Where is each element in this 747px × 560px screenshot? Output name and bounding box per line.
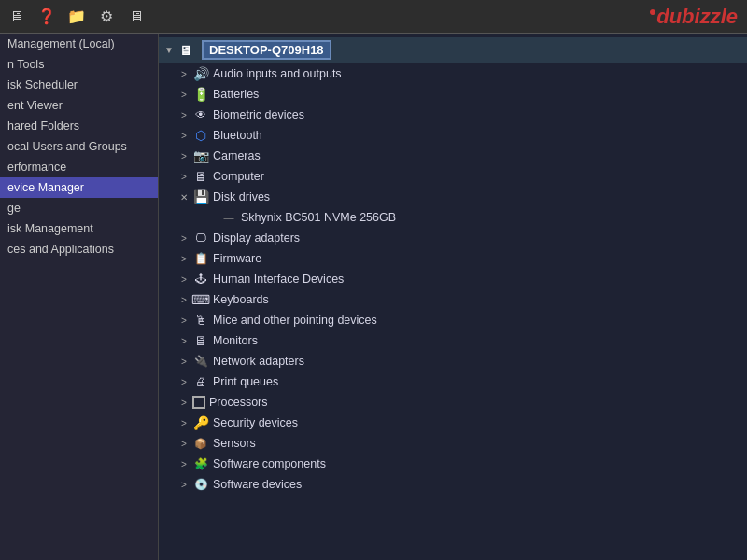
hid-icon: 🕹: [192, 271, 209, 287]
sidebar-item-disk-management[interactable]: isk Management: [0, 218, 158, 239]
computer-icon[interactable]: 🖥: [4, 4, 30, 30]
tree-item-processors[interactable]: > Processors: [159, 392, 747, 413]
tree-item-biometric[interactable]: > 👁 Biometric devices: [159, 105, 747, 125]
tree-item-audio[interactable]: > 🔊 Audio inputs and outputs: [159, 63, 747, 84]
settings-icon[interactable]: ⚙: [93, 4, 120, 30]
security-expand-btn[interactable]: >: [177, 416, 190, 429]
toolbar: 🖥 ❓ 📁 ⚙ 🖥: [0, 0, 747, 34]
tree-item-disk-drives[interactable]: ✕ 💾 Disk drives: [159, 187, 747, 207]
bluetooth-label: Bluetooth: [213, 129, 743, 142]
tree-item-monitors[interactable]: > 🖥 Monitors: [159, 330, 747, 351]
software-comp-icon: 🧩: [192, 455, 209, 472]
mice-expand-btn[interactable]: >: [177, 314, 190, 327]
root-collapse-btn[interactable]: ▼: [162, 44, 176, 57]
processors-label: Processors: [209, 396, 743, 409]
processors-icon: [192, 396, 205, 409]
main-content: Management (Local) n Tools isk Scheduler…: [0, 34, 747, 560]
sidebar-item-tools[interactable]: n Tools: [0, 54, 158, 75]
sidebar-item-age[interactable]: ge: [0, 198, 158, 218]
tree-item-mice[interactable]: > 🖱 Mice and other pointing devices: [159, 310, 747, 330]
sidebar-item-performance[interactable]: erformance: [0, 157, 158, 177]
software-dev-icon: 💿: [192, 476, 209, 493]
disk-drives-label: Disk drives: [213, 190, 743, 203]
processors-expand-btn[interactable]: >: [177, 396, 190, 409]
tree-item-network[interactable]: > 🔌 Network adapters: [159, 351, 747, 371]
tree-item-skhynix[interactable]: — Skhynix BC501 NVMe 256GB: [159, 207, 747, 228]
tree-item-sensors[interactable]: > 📦 Sensors: [159, 433, 747, 454]
mice-label: Mice and other pointing devices: [213, 314, 743, 327]
firmware-icon: 📋: [192, 250, 209, 267]
software-dev-expand-btn[interactable]: >: [177, 478, 190, 491]
left-panel: Management (Local) n Tools isk Scheduler…: [0, 34, 159, 560]
audio-label: Audio inputs and outputs: [213, 67, 743, 80]
computer-name: DESKTOP-Q709H18: [202, 40, 331, 60]
keyboards-expand-btn[interactable]: >: [177, 293, 190, 306]
batteries-label: Batteries: [213, 88, 743, 101]
skhynix-label: Skhynix BC501 NVMe 256GB: [241, 211, 743, 224]
watermark: ●dubizzle: [649, 4, 738, 29]
tree-item-software-dev[interactable]: > 💿 Software devices: [159, 474, 747, 495]
keyboards-icon: ⌨: [192, 291, 209, 308]
sensors-icon: 📦: [192, 435, 209, 452]
monitors-icon: 🖥: [192, 332, 209, 349]
network-label: Network adapters: [213, 355, 743, 368]
hid-label: Human Interface Devices: [213, 273, 743, 286]
help-icon[interactable]: ❓: [34, 4, 60, 30]
tree-item-software-comp[interactable]: > 🧩 Software components: [159, 454, 747, 474]
security-icon: 🔑: [192, 414, 209, 431]
sidebar-item-management-local[interactable]: Management (Local): [0, 34, 158, 54]
network-expand-btn[interactable]: >: [177, 355, 190, 368]
cameras-expand-btn[interactable]: >: [177, 149, 190, 162]
sidebar-item-services-apps[interactable]: ces and Applications: [0, 239, 158, 259]
computer-label: Computer: [213, 170, 743, 183]
biometric-expand-btn[interactable]: >: [177, 108, 190, 121]
sidebar-item-event-viewer[interactable]: ent Viewer: [0, 95, 158, 116]
tree-item-security[interactable]: > 🔑 Security devices: [159, 413, 747, 433]
tree-item-keyboards[interactable]: > ⌨ Keyboards: [159, 289, 747, 310]
monitors-label: Monitors: [213, 334, 743, 347]
bluetooth-expand-btn[interactable]: >: [177, 129, 190, 142]
disk-drives-expand-btn[interactable]: ✕: [177, 190, 190, 203]
tree-item-hid[interactable]: > 🕹 Human Interface Devices: [159, 269, 747, 289]
tree-item-display[interactable]: > 🖵 Display adapters: [159, 228, 747, 248]
software-comp-expand-btn[interactable]: >: [177, 457, 190, 470]
folder-icon[interactable]: 📁: [63, 4, 90, 30]
hid-expand-btn[interactable]: >: [177, 273, 190, 286]
sidebar-item-shared-folders[interactable]: hared Folders: [0, 116, 158, 136]
display-expand-btn[interactable]: >: [177, 231, 190, 245]
tree-root-item[interactable]: ▼ 🖥 DESKTOP-Q709H18: [159, 37, 747, 63]
sidebar-item-local-users[interactable]: ocal Users and Groups: [0, 136, 158, 157]
cameras-label: Cameras: [213, 149, 743, 162]
mice-icon: 🖱: [192, 312, 209, 329]
sidebar-item-device-manager[interactable]: evice Manager: [0, 177, 158, 198]
tree-item-bluetooth[interactable]: > ⬡ Bluetooth: [159, 125, 747, 146]
batteries-icon: 🔋: [192, 86, 209, 103]
firmware-expand-btn[interactable]: >: [177, 252, 190, 265]
security-label: Security devices: [213, 416, 743, 429]
display-icon: 🖵: [192, 230, 209, 246]
monitor-icon[interactable]: 🖥: [123, 4, 149, 30]
tree-item-print[interactable]: > 🖨 Print queues: [159, 371, 747, 392]
computer-root-icon: 🖥: [177, 42, 194, 59]
sensors-label: Sensors: [213, 437, 743, 450]
disk-drives-icon: 💾: [192, 189, 209, 205]
tree-item-firmware[interactable]: > 📋 Firmware: [159, 248, 747, 269]
tree-item-batteries[interactable]: > 🔋 Batteries: [159, 84, 747, 105]
software-dev-label: Software devices: [213, 478, 743, 491]
tree-item-computer[interactable]: > 🖥 Computer: [159, 166, 747, 187]
keyboards-label: Keyboards: [213, 293, 743, 306]
tree-item-cameras[interactable]: > 📷 Cameras: [159, 146, 747, 166]
audio-expand-btn[interactable]: >: [177, 67, 190, 80]
sensors-expand-btn[interactable]: >: [177, 437, 190, 450]
software-comp-label: Software components: [213, 457, 743, 470]
batteries-expand-btn[interactable]: >: [177, 88, 190, 101]
print-icon: 🖨: [192, 373, 209, 390]
print-expand-btn[interactable]: >: [177, 375, 190, 388]
computer-icon: 🖥: [192, 168, 209, 185]
skhynix-icon: —: [220, 209, 237, 226]
monitors-expand-btn[interactable]: >: [177, 334, 190, 347]
biometric-icon: 👁: [192, 106, 209, 123]
computer-expand-btn[interactable]: >: [177, 170, 190, 183]
sidebar-item-disk-scheduler[interactable]: isk Scheduler: [0, 75, 158, 95]
audio-icon: 🔊: [192, 65, 209, 82]
